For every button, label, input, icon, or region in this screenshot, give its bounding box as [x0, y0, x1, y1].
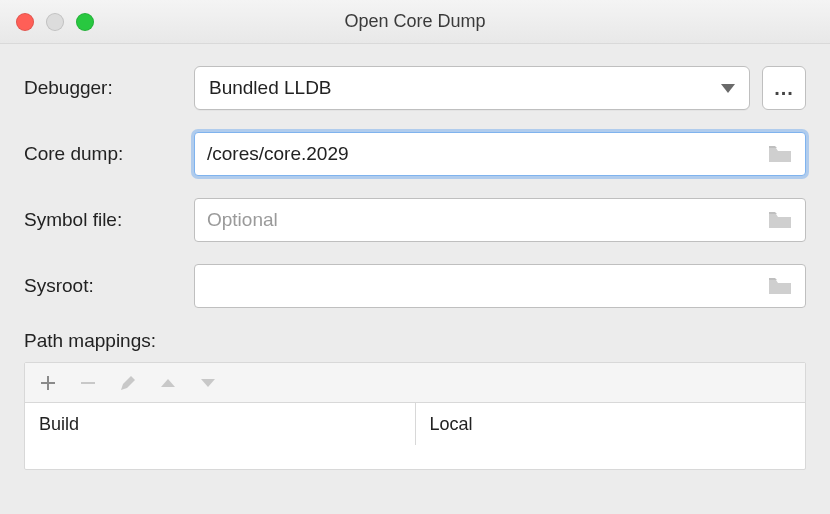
column-header-local[interactable]: Local: [416, 403, 806, 445]
path-mappings-header: Build Local: [25, 403, 805, 445]
path-mappings-body: [25, 445, 805, 469]
core-dump-field[interactable]: [194, 132, 806, 176]
symbol-file-row: Symbol file:: [24, 198, 806, 242]
symbol-file-input[interactable]: [207, 209, 759, 231]
pencil-icon: [119, 374, 137, 392]
svg-marker-3: [161, 379, 175, 387]
core-dump-browse-button[interactable]: [767, 143, 793, 165]
sysroot-label: Sysroot:: [24, 275, 194, 297]
debugger-label: Debugger:: [24, 77, 194, 99]
move-down-button[interactable]: [191, 366, 225, 400]
folder-icon: [768, 145, 792, 163]
column-header-build[interactable]: Build: [25, 403, 416, 445]
path-mappings-panel: Build Local: [24, 362, 806, 470]
svg-rect-1: [41, 382, 55, 384]
svg-marker-4: [201, 379, 215, 387]
sysroot-row: Sysroot:: [24, 264, 806, 308]
zoom-window-button[interactable]: [76, 13, 94, 31]
edit-mapping-button[interactable]: [111, 366, 145, 400]
core-dump-input[interactable]: [207, 143, 759, 165]
symbol-file-label: Symbol file:: [24, 209, 194, 231]
debugger-more-button[interactable]: ...: [762, 66, 806, 110]
sysroot-browse-button[interactable]: [767, 275, 793, 297]
symbol-file-browse-button[interactable]: [767, 209, 793, 231]
close-window-button[interactable]: [16, 13, 34, 31]
window-controls: [16, 13, 94, 31]
window-title: Open Core Dump: [0, 11, 830, 32]
minus-icon: [79, 374, 97, 392]
svg-rect-2: [81, 382, 95, 384]
add-mapping-button[interactable]: [31, 366, 65, 400]
sysroot-field[interactable]: [194, 264, 806, 308]
move-up-button[interactable]: [151, 366, 185, 400]
debugger-row: Debugger: Bundled LLDB ...: [24, 66, 806, 110]
plus-icon: [39, 374, 57, 392]
path-mappings-label: Path mappings:: [24, 330, 806, 352]
symbol-file-field[interactable]: [194, 198, 806, 242]
chevron-down-icon: [721, 84, 735, 93]
path-mappings-toolbar: [25, 363, 805, 403]
chevron-up-icon: [159, 377, 177, 389]
titlebar: Open Core Dump: [0, 0, 830, 44]
debugger-select[interactable]: Bundled LLDB: [194, 66, 750, 110]
chevron-down-icon: [199, 377, 217, 389]
dialog-body: Debugger: Bundled LLDB ... Core dump:: [0, 44, 830, 470]
minimize-window-button[interactable]: [46, 13, 64, 31]
ellipsis-icon: ...: [774, 77, 794, 100]
sysroot-input[interactable]: [207, 275, 759, 297]
core-dump-row: Core dump:: [24, 132, 806, 176]
debugger-select-value: Bundled LLDB: [209, 77, 332, 99]
core-dump-label: Core dump:: [24, 143, 194, 165]
folder-icon: [768, 211, 792, 229]
folder-icon: [768, 277, 792, 295]
remove-mapping-button[interactable]: [71, 366, 105, 400]
